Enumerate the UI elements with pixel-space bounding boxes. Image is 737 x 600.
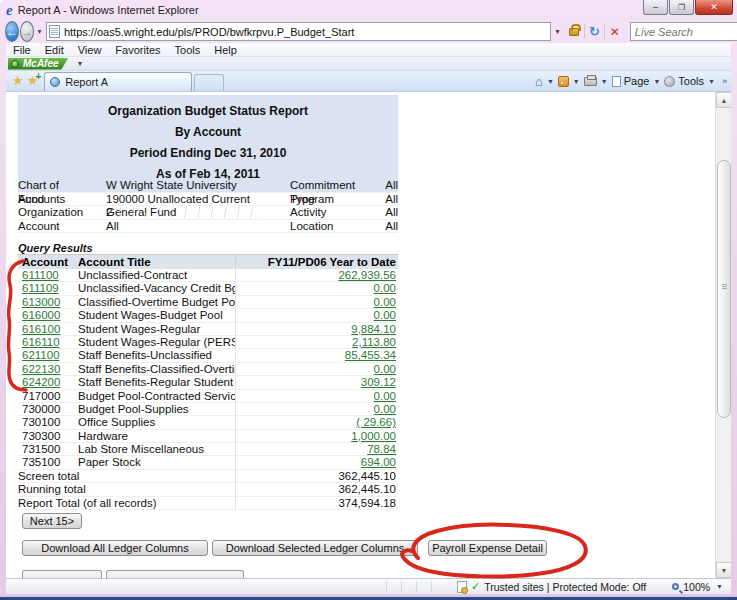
history-dropdown-icon[interactable]: ▼: [36, 28, 43, 35]
total-row: Screen total362,445.10: [18, 470, 398, 483]
total-row: Running total362,445.10: [18, 483, 398, 496]
account-title-cell: Staff Benefits-Classified-Overtime: [78, 363, 235, 375]
address-dropdown-icon[interactable]: ▼: [551, 28, 564, 35]
mcafee-button[interactable]: McAfee: [8, 58, 69, 70]
page-scrollbar[interactable]: ▲ ▼: [715, 92, 731, 578]
account-link[interactable]: 611109: [22, 282, 59, 294]
account-cell: 730100: [18, 416, 78, 428]
home-dropdown-icon[interactable]: ▼: [543, 78, 558, 85]
partial-button-1[interactable]: [22, 570, 102, 578]
next-15-button[interactable]: Next 15>: [22, 513, 82, 529]
zoom-dropdown-icon[interactable]: ▼: [716, 583, 723, 590]
account-link[interactable]: 621100: [22, 349, 60, 361]
amount-link[interactable]: 309.12: [361, 376, 396, 388]
navigation-bar: ← → ▼ ▼ ↻ ✕ ▼: [0, 20, 737, 43]
add-favorite-icon[interactable]: ★: [27, 73, 39, 88]
new-tab-button[interactable]: [194, 74, 224, 91]
menu-edit[interactable]: Edit: [38, 44, 71, 56]
lock-icon[interactable]: [569, 28, 579, 36]
forward-button[interactable]: →: [20, 21, 34, 42]
table-row: 624200Staff Benefits-Regular Student PER…: [18, 376, 398, 389]
account-link[interactable]: 624200: [22, 376, 60, 388]
download-selected-button[interactable]: Download Selected Ledger Columns: [212, 540, 418, 556]
query-results-label: Query Results: [18, 242, 93, 254]
scroll-down-icon[interactable]: ▼: [716, 562, 731, 578]
close-button[interactable]: [695, 0, 733, 15]
address-bar[interactable]: [46, 22, 551, 41]
payroll-expense-detail-button[interactable]: Payroll Expense Detail: [428, 540, 547, 556]
menu-bar: File Edit View Favorites Tools Help: [6, 43, 731, 57]
amount-link[interactable]: 9,884.10: [351, 323, 396, 335]
amount-link[interactable]: 0.00: [374, 403, 396, 415]
account-title-cell: Student Wages-Regular (PERS): [78, 336, 235, 348]
menu-view[interactable]: View: [71, 44, 109, 56]
account-title-cell: Lab Store Miscellaneous: [78, 443, 235, 455]
amount-link[interactable]: 0.00: [374, 309, 396, 321]
account-link[interactable]: 622130: [22, 363, 60, 375]
amount-link[interactable]: 78.84: [367, 443, 396, 455]
account-link[interactable]: 611100: [22, 269, 59, 281]
rss-feed-icon[interactable]: [558, 76, 569, 87]
menu-favorites[interactable]: Favorites: [108, 44, 167, 56]
mcafee-dropdown-icon[interactable]: ▼: [77, 60, 84, 67]
account-cell: 624200: [18, 376, 78, 388]
table-row: 621100Staff Benefits-Unclassified85,455.…: [18, 349, 398, 362]
title-bar[interactable]: e Report A - Windows Internet Explorer: [0, 0, 737, 20]
maximize-button[interactable]: [669, 0, 694, 15]
menu-file[interactable]: File: [6, 44, 38, 56]
refresh-icon[interactable]: ↻: [584, 24, 604, 39]
search-box[interactable]: ▼: [630, 22, 737, 41]
account-link[interactable]: 616000: [22, 309, 60, 321]
minimize-button[interactable]: [643, 0, 668, 15]
page-dropdown-icon[interactable]: ▼: [649, 78, 664, 85]
page-menu[interactable]: Page: [624, 75, 650, 87]
account-link[interactable]: 616110: [22, 336, 60, 348]
favorites-star-icon[interactable]: ★: [12, 73, 24, 88]
menu-tools[interactable]: Tools: [168, 44, 208, 56]
address-input[interactable]: [64, 26, 548, 38]
param-row-organization: Organization 2 Activity All: [18, 206, 398, 220]
print-icon[interactable]: [584, 77, 597, 86]
amount-cell: 2,113.80: [235, 336, 398, 348]
menu-help[interactable]: Help: [207, 44, 244, 56]
account-title-cell: Staff Benefits-Regular Student PERS: [78, 376, 235, 388]
amount-link[interactable]: 0.00: [374, 282, 396, 294]
account-link[interactable]: 613000: [22, 296, 60, 308]
zoom-control[interactable]: 100% ▼: [672, 581, 723, 593]
scroll-up-icon[interactable]: ▲: [716, 92, 731, 108]
home-icon[interactable]: ⌂: [535, 74, 543, 89]
tools-menu[interactable]: Tools: [678, 75, 704, 87]
amount-link[interactable]: 0.00: [374, 363, 396, 375]
window-title: Report A - Windows Internet Explorer: [18, 4, 199, 16]
scrollbar-thumb[interactable]: [717, 160, 731, 418]
account-link[interactable]: 616100: [22, 323, 60, 335]
rss-dropdown-icon[interactable]: ▼: [569, 78, 584, 85]
stop-icon[interactable]: ✕: [604, 25, 625, 39]
search-input[interactable]: [635, 26, 737, 38]
tools-dropdown-icon[interactable]: ▼: [704, 78, 719, 85]
account-title-cell: Staff Benefits-Unclassified: [78, 349, 235, 361]
amount-cell: 0.00: [235, 403, 398, 415]
amount-link[interactable]: 262,939.56: [338, 269, 396, 281]
account-cell: 611100: [18, 269, 78, 281]
download-all-button[interactable]: Download All Ledger Columns: [22, 540, 208, 556]
amount-link[interactable]: 85,455.34: [345, 349, 396, 361]
amount-link[interactable]: 2,113.80: [352, 336, 396, 348]
tab-report-a[interactable]: Report A: [44, 72, 192, 91]
back-button[interactable]: ←: [5, 21, 19, 42]
mcafee-toolbar: McAfee ▼: [6, 57, 731, 71]
header-account-title: Account Title: [78, 255, 235, 269]
partial-button-2[interactable]: [106, 570, 244, 578]
amount-link[interactable]: 0.00: [374, 296, 396, 308]
account-cell: 613000: [18, 296, 78, 308]
overflow-chevron-icon[interactable]: »: [722, 76, 727, 86]
organization-value: 2: [106, 206, 112, 218]
amount-cell: 1,000.00: [235, 430, 398, 442]
table-row: 730100Office Supplies( 29.66): [18, 416, 398, 429]
amount-link[interactable]: 0.00: [374, 390, 396, 402]
amount-link[interactable]: 1,000.00: [351, 430, 396, 442]
amount-link[interactable]: ( 29.66): [356, 416, 396, 428]
amount-link[interactable]: 694.00: [361, 456, 396, 468]
print-dropdown-icon[interactable]: ▼: [597, 78, 612, 85]
table-row: 616110Student Wages-Regular (PERS)2,113.…: [18, 336, 398, 349]
